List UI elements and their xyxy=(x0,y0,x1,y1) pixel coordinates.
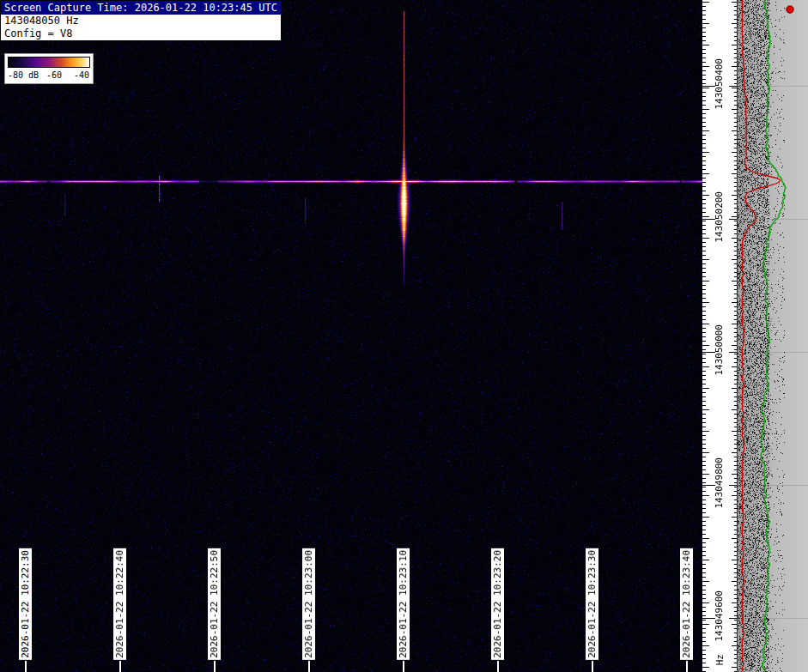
time-tick-label: 2026-01-22 10:23:10 xyxy=(397,548,410,660)
intensity-colorbar: -80 dB -60 -40 xyxy=(4,53,94,84)
freq-unit-label: Hz xyxy=(714,654,726,665)
time-tick-label: 2026-01-22 10:23:20 xyxy=(491,548,504,660)
capture-time-label: Screen Capture Time: 2026-01-22 10:23:45… xyxy=(1,1,281,15)
time-tick-label: 2026-01-22 10:23:40 xyxy=(680,548,693,660)
config-label: Config = V8 xyxy=(1,27,281,40)
freq-tick-label: 143049800 xyxy=(714,457,725,509)
time-tick-mark xyxy=(214,661,216,672)
time-tick-mark xyxy=(686,661,688,672)
time-tick-label: 2026-01-22 10:22:50 xyxy=(208,548,221,660)
colorbar-min-label: -80 dB xyxy=(8,70,39,80)
freq-tick-label: 143050000 xyxy=(714,324,725,376)
time-tick-mark xyxy=(119,661,121,672)
freq-tick-label: 143050200 xyxy=(714,191,725,243)
colorbar-max-label: -40 xyxy=(74,70,89,80)
time-tick-mark xyxy=(25,661,27,672)
colorbar-mid-label: -60 xyxy=(46,70,62,80)
spectrum-panel-canvas xyxy=(737,0,808,672)
time-tick-label: 2026-01-22 10:22:40 xyxy=(113,548,126,660)
spectrogram-app: 2026-01-22 10:22:30 2026-01-22 10:22:40 … xyxy=(0,0,808,672)
time-tick-label: 2026-01-22 10:23:30 xyxy=(586,548,598,660)
freq-tick-label: 143050400 xyxy=(714,58,725,110)
colorbar-gradient xyxy=(8,57,90,68)
time-tick-label: 2026-01-22 10:23:00 xyxy=(302,548,315,660)
time-tick-mark xyxy=(308,661,310,672)
time-tick-mark xyxy=(592,661,593,672)
freq-tick-label: 143049600 xyxy=(714,590,725,642)
frequency-axis: 143050400 143050200 143050000 143049800 … xyxy=(702,0,737,672)
time-tick-label: 2026-01-22 10:22:30 xyxy=(19,548,32,660)
time-tick-mark xyxy=(497,661,499,672)
capture-info-box: Screen Capture Time: 2026-01-22 10:23:45… xyxy=(0,0,282,41)
center-frequency-label: 143048050 Hz xyxy=(1,15,281,27)
time-tick-mark xyxy=(403,661,404,672)
